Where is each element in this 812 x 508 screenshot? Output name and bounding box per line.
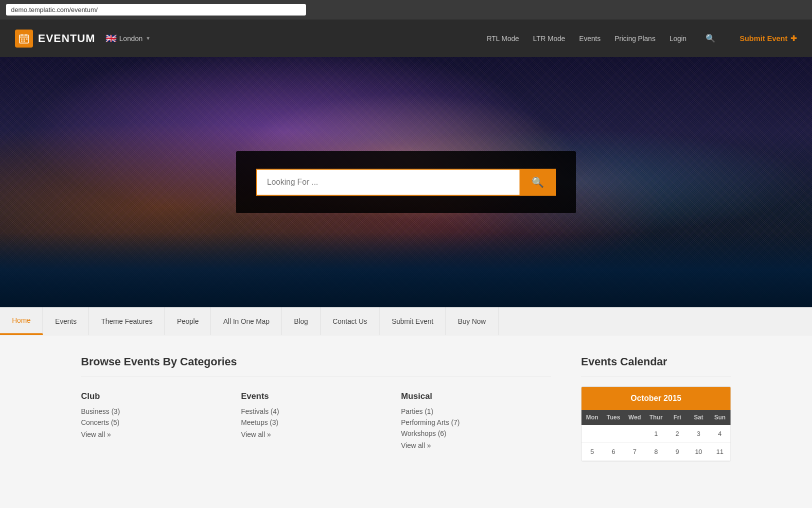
view-all-club[interactable]: View all » [81, 430, 231, 438]
calendar-title: Events Calendar [581, 355, 731, 376]
nav-rtl-mode[interactable]: RTL Mode [486, 35, 519, 43]
view-all-events[interactable]: View all » [241, 430, 391, 438]
day-mon: Mon [582, 410, 603, 425]
day-sat: Sat [688, 410, 710, 425]
hero-section: 🔍 [0, 57, 812, 307]
location-selector[interactable]: 🇬🇧 London ▼ [106, 33, 151, 44]
category-link-business[interactable]: Business (3) [81, 407, 231, 415]
day-wed: Wed [624, 410, 646, 425]
location-label: London [120, 35, 143, 43]
submit-event-label: Submit Event [740, 34, 788, 43]
submit-event-button[interactable]: Submit Event ✚ [740, 34, 797, 43]
day-fri: Fri [666, 410, 688, 425]
cal-day-6[interactable]: 6 [603, 443, 624, 461]
nav-ltr-mode[interactable]: LTR Mode [533, 35, 565, 43]
logo-icon [15, 30, 33, 48]
cal-day-4[interactable]: 4 [709, 425, 730, 443]
category-events-title: Events [241, 391, 391, 401]
svg-rect-6 [26, 39, 28, 40]
calendar-logo-icon [18, 33, 30, 44]
main-nav-links: RTL Mode LTR Mode Events Pricing Plans L… [486, 34, 797, 43]
chevron-down-icon: ▼ [146, 36, 150, 41]
day-sun: Sun [709, 410, 730, 425]
url-bar[interactable]: demo.templatic.com/eventum/ [6, 4, 306, 16]
cal-day-8[interactable]: 8 [646, 443, 667, 461]
cal-day-9[interactable]: 9 [666, 443, 688, 461]
sec-nav-buy-now[interactable]: Buy Now [446, 307, 498, 335]
cal-day-10[interactable]: 10 [688, 443, 710, 461]
cal-day-empty-3 [624, 425, 646, 443]
sec-nav-submit-event[interactable]: Submit Event [380, 307, 446, 335]
svg-rect-8 [24, 41, 25, 42]
sec-nav-contact-us[interactable]: Contact Us [320, 307, 380, 335]
cal-day-5[interactable]: 5 [582, 443, 603, 461]
day-thur: Thur [646, 410, 667, 425]
category-link-workshops[interactable]: Workshops (6) [401, 429, 551, 437]
plus-icon: ✚ [790, 34, 797, 43]
hero-search-bar: 🔍 [256, 169, 556, 196]
category-club: Club Business (3) Concerts (5) View all … [81, 391, 231, 449]
view-all-musical[interactable]: View all » [401, 441, 551, 449]
calendar-section: Events Calendar October 2015 Mon Tues We… [581, 355, 731, 461]
calendar-grid: 1 2 3 4 5 6 7 8 9 10 11 [582, 425, 730, 461]
sec-nav-all-in-one-map[interactable]: All In One Map [211, 307, 282, 335]
cal-day-empty-1 [582, 425, 603, 443]
hero-search-container: 🔍 [236, 151, 576, 213]
category-club-title: Club [81, 391, 231, 401]
cal-day-3[interactable]: 3 [688, 425, 710, 443]
sec-nav-theme-features[interactable]: Theme Features [89, 307, 165, 335]
categories-grid: Club Business (3) Concerts (5) View all … [81, 386, 551, 449]
search-input[interactable] [256, 169, 520, 196]
category-musical-title: Musical [401, 391, 551, 401]
browse-title: Browse Events By Categories [81, 355, 551, 376]
sec-nav-people[interactable]: People [165, 307, 212, 335]
svg-rect-5 [24, 39, 25, 40]
sec-nav-events[interactable]: Events [43, 307, 89, 335]
cal-day-11[interactable]: 11 [709, 443, 730, 461]
sec-nav-home[interactable]: Home [0, 307, 43, 335]
secondary-navigation: Home Events Theme Features People All In… [0, 307, 812, 335]
cal-day-7[interactable]: 7 [624, 443, 646, 461]
category-events: Events Festivals (4) Meetups (3) View al… [241, 391, 391, 449]
calendar-header: October 2015 [582, 387, 730, 410]
browser-chrome: demo.templatic.com/eventum/ [0, 0, 812, 20]
category-musical: Musical Parties (1) Performing Arts (7) … [401, 391, 551, 449]
events-section: Browse Events By Categories Club Busines… [81, 355, 581, 461]
cal-day-1[interactable]: 1 [646, 425, 667, 443]
day-tues: Tues [603, 410, 624, 425]
category-link-parties[interactable]: Parties (1) [401, 407, 551, 415]
nav-login[interactable]: Login [670, 35, 686, 43]
category-link-performing-arts[interactable]: Performing Arts (7) [401, 418, 551, 426]
search-icon: 🔍 [532, 177, 544, 188]
category-link-concerts[interactable]: Concerts (5) [81, 418, 231, 426]
cal-day-empty-2 [603, 425, 624, 443]
search-button[interactable]: 🔍 [520, 169, 556, 196]
flag-icon: 🇬🇧 [106, 33, 116, 44]
nav-events[interactable]: Events [579, 35, 600, 43]
nav-pricing-plans[interactable]: Pricing Plans [614, 35, 656, 43]
top-navigation: EVENTUM 🇬🇧 London ▼ RTL Mode LTR Mode Ev… [0, 20, 812, 57]
category-link-meetups[interactable]: Meetups (3) [241, 418, 391, 426]
cal-day-2[interactable]: 2 [666, 425, 688, 443]
main-content: Browse Events By Categories Club Busines… [56, 335, 756, 481]
calendar-widget: October 2015 Mon Tues Wed Thur Fri Sat S… [581, 386, 731, 461]
svg-rect-7 [21, 41, 22, 42]
calendar-days-header: Mon Tues Wed Thur Fri Sat Sun [582, 410, 730, 425]
sec-nav-blog[interactable]: Blog [282, 307, 320, 335]
logo-text: EVENTUM [38, 32, 96, 45]
category-link-festivals[interactable]: Festivals (4) [241, 407, 391, 415]
svg-rect-4 [21, 39, 22, 40]
logo-area: EVENTUM [15, 30, 96, 48]
search-icon[interactable]: 🔍 [706, 34, 716, 43]
